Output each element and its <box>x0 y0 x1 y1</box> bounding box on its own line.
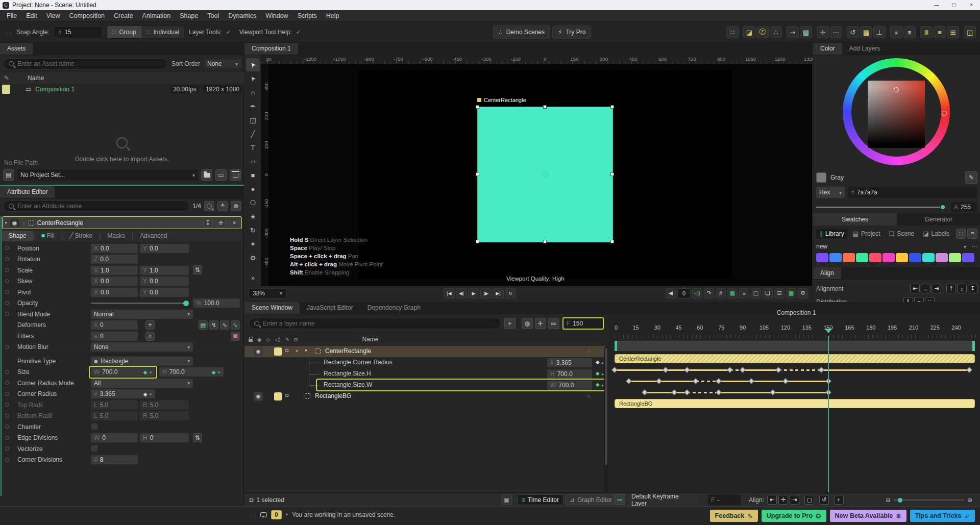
corner-radius-track-keyframe[interactable] <box>663 367 669 372</box>
keyframe-dot-icon[interactable] <box>5 290 9 294</box>
corner-radius-track-keyframe[interactable] <box>611 367 617 372</box>
flyout-icon[interactable]: ▸ <box>602 383 604 388</box>
zoom-slider-knob[interactable] <box>898 498 902 503</box>
keyframe-dot-icon[interactable] <box>5 279 9 283</box>
snapshot-icon[interactable]: ▦ <box>727 288 738 298</box>
library-button-labels[interactable]: ◪Labels <box>919 229 953 239</box>
eye-icon[interactable]: ◉ <box>254 392 263 401</box>
list-view-button[interactable]: ≡ <box>967 229 977 239</box>
step-forward-button[interactable]: |▶ <box>480 288 492 298</box>
selection-handle[interactable] <box>543 105 547 109</box>
camera-toggle-icon[interactable]: ◘ <box>285 392 288 398</box>
message-count-badge[interactable]: 0 <box>271 510 282 519</box>
feedback-button[interactable]: Feedback✎ <box>710 510 758 522</box>
text-tool[interactable]: T <box>246 141 260 154</box>
project-set-icon-button[interactable]: ▤ <box>3 169 14 181</box>
audio-icon[interactable]: ◁⟩ <box>275 337 281 342</box>
attr-tab-fill[interactable]: ■ Fill <box>35 231 61 241</box>
color-swatch[interactable] <box>816 253 828 262</box>
attr-field-x[interactable]: X0.0 <box>91 277 138 286</box>
timeline-zoom-slider[interactable] <box>894 496 964 504</box>
alpha-slider[interactable] <box>816 203 947 212</box>
corner-radius-track-keyframe[interactable] <box>818 367 824 372</box>
comment-icon[interactable] <box>260 512 267 517</box>
align-bottom-icon[interactable]: ⌆ <box>903 26 916 38</box>
size-w-track-segment[interactable] <box>645 392 675 393</box>
keyframe-layer-select[interactable]: Default Keyframe Layer <box>628 494 699 505</box>
attr-field-#[interactable]: #8 <box>91 455 138 464</box>
color-swatch[interactable] <box>869 253 881 262</box>
attr-field-w[interactable]: W0 <box>91 433 138 442</box>
layer-row-centerrectangle[interactable]: ◉◘▾●CenterRectangle○ <box>244 346 605 357</box>
corner-radius-track-keyframe[interactable] <box>775 367 781 372</box>
align-center-h-icon[interactable]: ↔ <box>921 284 930 293</box>
project-set-select[interactable]: No Project Set...▾ <box>17 169 198 181</box>
keyframe-dot-icon[interactable] <box>5 301 9 305</box>
size-w-track-keyframe[interactable] <box>642 389 647 395</box>
keyframe-diamond-icon[interactable]: ◆ <box>596 359 600 365</box>
settings-tool[interactable]: ⚙ <box>246 251 260 264</box>
magnet-tool[interactable]: ∩ <box>246 86 260 99</box>
keyframe-diamond-icon[interactable]: ◆ <box>143 369 148 375</box>
audio-icon[interactable]: ◁⟩ <box>692 288 702 298</box>
layer-scrollbar[interactable] <box>604 347 608 500</box>
pen-tool[interactable]: ✒ <box>246 99 260 113</box>
corner-radius-track-segment[interactable] <box>743 369 778 371</box>
menu-file[interactable]: File <box>2 10 21 21</box>
tab-javascript-editor[interactable]: JavaScript Editor <box>300 302 360 314</box>
size-w-track-keyframe[interactable] <box>770 389 775 395</box>
attribute-search-input[interactable] <box>17 203 184 210</box>
key-align-left-icon[interactable]: ⇤ <box>767 495 777 505</box>
size-h-track-segment[interactable] <box>629 381 659 382</box>
alpha-field[interactable]: A 255 <box>951 202 977 212</box>
layer-search-input[interactable] <box>263 320 496 327</box>
menu-help[interactable]: Help <box>322 10 344 21</box>
attribute-search-field[interactable] <box>3 201 189 212</box>
layer-row-rectangle-corner-radius[interactable]: Rectangle.Corner Radius#3.365◆▸ <box>244 357 605 368</box>
bounds-icon[interactable]: ▢ <box>751 288 761 298</box>
sparkle-tool[interactable]: ✦ <box>246 237 260 251</box>
lock-icon[interactable] <box>249 339 253 342</box>
range-end-cap[interactable] <box>972 341 975 351</box>
size-w-track-keyframe[interactable] <box>672 389 677 395</box>
palette-name[interactable]: new <box>816 243 827 250</box>
color-swatch[interactable] <box>856 253 868 262</box>
size-h-track-segment[interactable] <box>751 381 786 382</box>
deformer-list-icon[interactable]: ▤ <box>199 320 208 330</box>
color-swatch[interactable] <box>949 253 961 262</box>
play-button[interactable]: ▶ <box>468 288 479 298</box>
chevron-down-icon[interactable]: ▾ <box>296 348 298 354</box>
asset-row-composition[interactable]: ▭ Composition 1 30.00fps 1920 x 1080 <box>0 84 244 95</box>
attr-field-y[interactable]: Y0.0 <box>140 244 189 253</box>
viewport-settings-icon[interactable]: ⚙ <box>798 288 808 298</box>
asset-color-swatch[interactable] <box>2 85 10 94</box>
key-align-center-icon[interactable]: ✛ <box>778 495 788 505</box>
keyframe-diamond-icon[interactable]: ◆ <box>212 369 216 375</box>
attr-field-z[interactable]: Z0.0 <box>91 255 138 264</box>
camera-icon[interactable]: ◘ <box>294 337 297 342</box>
attr-field-x[interactable]: X0.0 <box>91 288 138 297</box>
checker-icon[interactable]: ▩ <box>786 288 796 298</box>
clear-search-button[interactable]: ⊗ <box>231 201 241 211</box>
menu-scripts[interactable]: Scripts <box>293 10 322 21</box>
asset-import-dropzone[interactable]: Double click here to import Assets. <box>0 99 244 201</box>
tab-attribute-editor[interactable]: Attribute Editor <box>0 186 55 198</box>
render-view-icon[interactable]: ◫ <box>964 26 976 38</box>
corner-radius-track-keyframe[interactable] <box>740 367 745 372</box>
selection-handle[interactable] <box>543 240 547 243</box>
key-ease-icon[interactable]: ↺ <box>819 495 829 505</box>
color-swatch[interactable] <box>936 253 948 262</box>
slider-knob[interactable] <box>183 301 189 306</box>
close-button[interactable]: × <box>963 0 980 10</box>
keyframe-dot-icon[interactable] <box>5 436 9 440</box>
snap-grid-icon[interactable]: ∷ <box>726 26 739 38</box>
attr-keyed-field-h[interactable]: H700.0◆▸ <box>159 367 224 377</box>
corner-radius-track-keyframe[interactable] <box>966 367 972 372</box>
menu-edit[interactable]: Edit <box>21 10 42 21</box>
selection-handle[interactable] <box>610 172 614 176</box>
keyframe-dot-icon[interactable] <box>5 458 9 462</box>
align-top-icon[interactable]: ↥ <box>946 284 956 293</box>
attr-field-h[interactable]: H0 <box>140 433 189 442</box>
layer-search-field[interactable] <box>249 318 501 329</box>
link-toggle[interactable]: ⇅ <box>193 265 202 274</box>
